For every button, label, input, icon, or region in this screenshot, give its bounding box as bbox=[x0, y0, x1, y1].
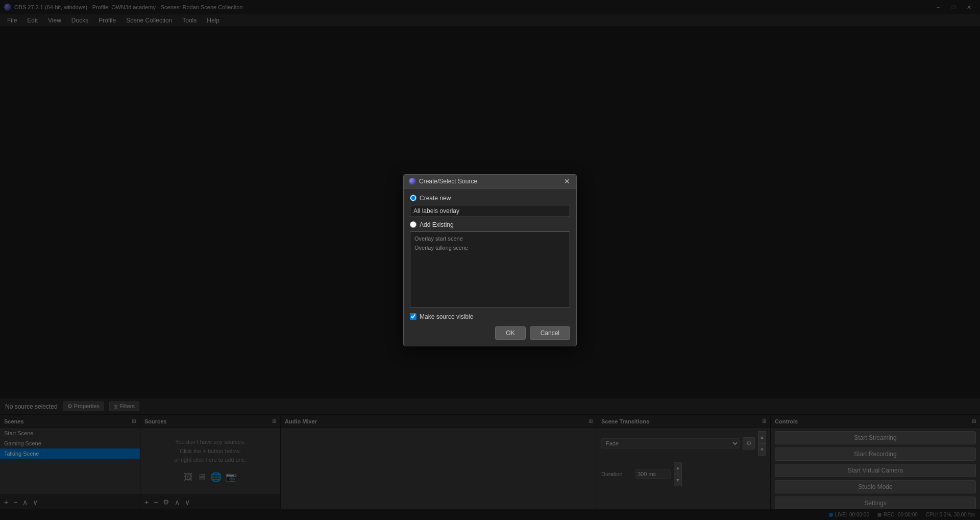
add-existing-radio-row: Add Existing bbox=[410, 221, 570, 228]
dialog-buttons: OK Cancel bbox=[410, 326, 570, 340]
add-existing-label: Add Existing bbox=[420, 221, 454, 228]
dialog-titlebar: Create/Select Source ✕ bbox=[404, 175, 576, 188]
dialog-close-button[interactable]: ✕ bbox=[563, 178, 571, 185]
dialog-title-text: Create/Select Source bbox=[419, 178, 477, 185]
existing-item-0[interactable]: Overlay start scene bbox=[410, 234, 570, 243]
dialog-title: Create/Select Source bbox=[409, 178, 477, 185]
new-source-name-input[interactable] bbox=[410, 205, 570, 217]
create-new-radio-row: Create new bbox=[410, 195, 570, 202]
make-visible-checkbox[interactable] bbox=[410, 313, 416, 320]
existing-item-1[interactable]: Overlay talking scene bbox=[410, 243, 570, 252]
dialog-ok-button[interactable]: OK bbox=[495, 326, 525, 340]
modal-overlay: Create/Select Source ✕ Create new Add Ex… bbox=[0, 0, 980, 520]
dialog-cancel-button[interactable]: Cancel bbox=[530, 326, 570, 340]
add-existing-radio[interactable] bbox=[410, 221, 416, 228]
dialog-obs-logo-icon bbox=[409, 178, 416, 185]
create-select-source-dialog: Create/Select Source ✕ Create new Add Ex… bbox=[403, 174, 577, 346]
create-new-label: Create new bbox=[420, 195, 451, 202]
existing-sources-list[interactable]: Overlay start scene Overlay talking scen… bbox=[410, 231, 570, 308]
dialog-body: Create new Add Existing Overlay start sc… bbox=[404, 188, 576, 346]
make-visible-label: Make source visible bbox=[420, 313, 473, 320]
create-new-radio[interactable] bbox=[410, 195, 416, 201]
make-visible-row: Make source visible bbox=[410, 313, 570, 320]
